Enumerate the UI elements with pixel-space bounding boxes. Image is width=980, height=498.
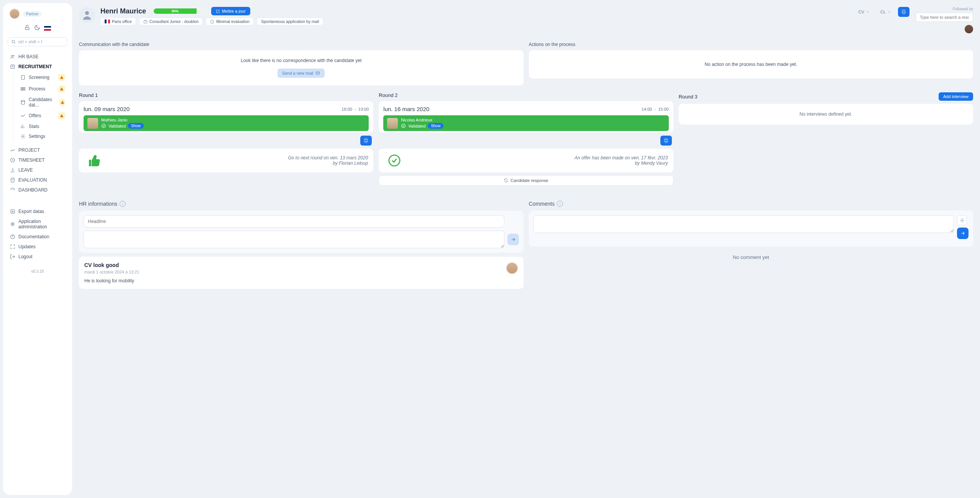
nav-stats[interactable]: Stats	[13, 121, 69, 131]
hr-info-form	[79, 211, 524, 253]
flag-france-icon	[105, 20, 110, 23]
nav-dashboard[interactable]: DASHBOARD	[6, 185, 69, 195]
candidate-name: Henri Maurice	[100, 7, 146, 15]
svg-rect-20	[902, 11, 905, 13]
nav-evaluation[interactable]: EVALUATION	[6, 175, 69, 185]
info-icon[interactable]: i	[120, 201, 126, 207]
headline-input[interactable]	[84, 215, 504, 228]
lock-icon[interactable]	[24, 25, 30, 32]
round2-interview: lun. 16 mars 2020 14:00 - 15:00 Nicolas …	[379, 101, 673, 133]
interviewer-avatar	[387, 118, 398, 129]
comments-title: Comments	[529, 201, 555, 207]
arrow-right-icon	[511, 237, 516, 242]
show-button[interactable]: Show	[128, 123, 144, 129]
search-icon	[11, 39, 16, 44]
svg-rect-4	[11, 65, 14, 68]
update-button[interactable]: Mettre a jour	[211, 7, 250, 15]
tag-office: Paris office	[100, 18, 136, 25]
warning-icon	[58, 85, 65, 92]
check-circle-icon	[384, 154, 405, 167]
mail-icon	[315, 71, 320, 75]
svg-rect-24	[365, 139, 368, 140]
svg-rect-17	[144, 21, 147, 23]
warning-icon	[58, 112, 65, 119]
user-block: Partner	[6, 7, 69, 23]
svg-rect-21	[903, 12, 905, 14]
candidate-response-button[interactable]: Candidate response	[379, 175, 673, 185]
hr-info-title: HR informations	[79, 201, 117, 207]
add-interview-button[interactable]: Add interview	[939, 92, 973, 101]
cl-button[interactable]: CL	[877, 8, 895, 16]
nav-logout[interactable]: Logout	[6, 252, 69, 262]
actions-title: Actions on the process	[529, 42, 973, 47]
svg-rect-25	[364, 140, 368, 142]
comment-submit-button[interactable]	[957, 228, 969, 239]
hr-submit-button[interactable]	[507, 234, 519, 245]
tag-position: Consultant Junior - doublon	[139, 18, 203, 25]
round2-status: An offer has been made on ven. 17 févr. …	[379, 149, 673, 172]
round2-title: Round 2	[379, 92, 397, 98]
chevron-down-icon	[887, 10, 891, 14]
svg-point-14	[12, 223, 13, 225]
nav-updates[interactable]: Updates	[6, 242, 69, 252]
nav-candidates-db[interactable]: Candidates dat...	[13, 95, 69, 110]
nav-timesheet[interactable]: TIMESHEET	[6, 155, 69, 165]
svg-point-31	[389, 155, 400, 166]
tag-evaluation: Minimal evaluation	[206, 18, 254, 25]
round3-empty: No interviews defined yet.	[679, 104, 973, 124]
svg-rect-26	[365, 141, 367, 143]
hr-body-input[interactable]	[84, 231, 504, 248]
nav-screening[interactable]: Screening	[13, 72, 69, 83]
print-button[interactable]	[898, 7, 909, 17]
svg-rect-7	[23, 88, 23, 90]
svg-point-27	[402, 124, 405, 128]
followed-by-label: Followed by	[953, 7, 973, 11]
follower-avatar[interactable]	[965, 25, 973, 33]
round3-title: Round 3	[679, 94, 698, 100]
tag-source: Spontaneous application by mail	[257, 18, 323, 25]
svg-point-16	[85, 11, 89, 15]
info-icon[interactable]: i	[557, 201, 563, 207]
nav-leave[interactable]: LEAVE	[6, 165, 69, 175]
avatar[interactable]	[9, 8, 20, 19]
check-circle-icon	[101, 123, 106, 128]
print-round1-button[interactable]	[360, 136, 372, 146]
role-badge: Partner	[23, 11, 42, 17]
svg-rect-28	[665, 139, 667, 140]
svg-rect-0	[25, 27, 29, 29]
language-flag-icon[interactable]	[44, 26, 51, 31]
send-mail-button[interactable]: Send a new mail	[277, 69, 325, 78]
comment-settings-button[interactable]	[957, 215, 967, 225]
svg-rect-19	[903, 10, 905, 11]
moon-icon[interactable]	[34, 25, 40, 32]
nav-admin[interactable]: Application administration	[6, 216, 69, 232]
printer-icon	[901, 9, 906, 15]
nav-docs[interactable]: Documentation	[6, 232, 69, 242]
nav-settings[interactable]: Settings	[13, 131, 69, 141]
svg-point-3	[13, 56, 14, 56]
followed-search-input[interactable]	[916, 13, 973, 22]
round1-status: Go to next round on ven. 13 mars 2020 by…	[79, 149, 373, 172]
nav-export[interactable]: Export datas	[6, 206, 69, 216]
search-input[interactable]: ctrl + shift + f	[8, 37, 67, 46]
svg-rect-5	[21, 75, 25, 80]
warning-icon	[59, 99, 65, 106]
interviewer-avatar	[87, 118, 98, 129]
cv-button[interactable]: CV	[855, 8, 873, 16]
svg-rect-6	[21, 88, 22, 90]
round1-interview: lun. 09 mars 2020 18:00 - 19:00 Mathieu …	[79, 101, 373, 133]
nav-offers[interactable]: Offers	[13, 110, 69, 121]
nav-hr-base[interactable]: HR BASE	[6, 52, 69, 62]
no-comment-label: No comment yet	[529, 247, 973, 268]
main-content: Henri Maurice 80% Mettre a jour	[75, 0, 980, 498]
show-button[interactable]: Show	[428, 123, 443, 129]
nav-project[interactable]: PROJECT	[6, 145, 69, 155]
nav-process[interactable]: Process	[13, 83, 69, 95]
gear-icon	[960, 218, 965, 223]
comment-input[interactable]	[534, 215, 954, 233]
print-round2-button[interactable]	[660, 136, 672, 146]
svg-point-32	[961, 220, 962, 221]
version-label: v0.3.18	[6, 269, 69, 274]
nav-recruitment[interactable]: RECRUITMENT	[6, 62, 69, 72]
svg-point-2	[11, 55, 13, 57]
